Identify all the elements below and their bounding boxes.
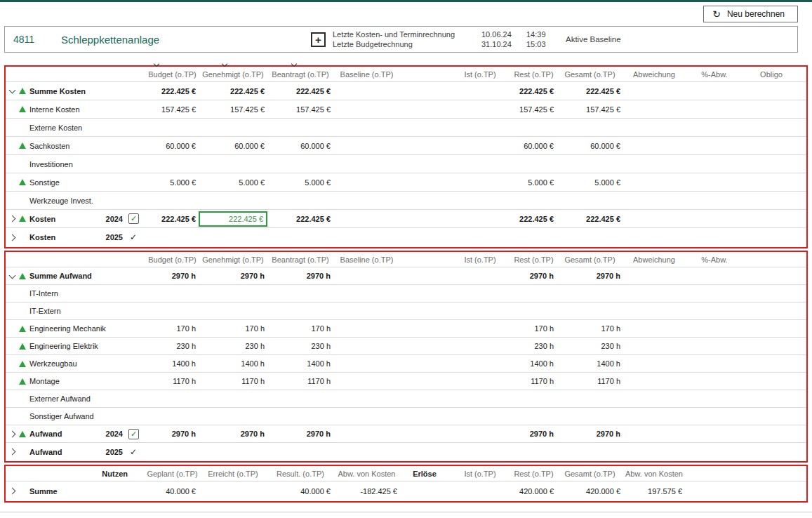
cell-gesamt: 1170 h — [557, 373, 623, 390]
year-2025-check-icon[interactable]: ✓ — [130, 232, 137, 242]
cell-budget: 1170 h — [146, 373, 199, 390]
cell-budget: 2970 h — [146, 267, 199, 284]
table-row-sachkosten: Sachkosten 60.000 € 60.000 € 60.000 € 60… — [6, 137, 806, 155]
cell-rest: 60.000 € — [511, 137, 557, 154]
chevron-right-icon[interactable] — [9, 488, 16, 495]
table-row-aufwand-2024: Aufwand 2024 ✓ 2970 h 2970 h 2970 h 2970… — [6, 425, 806, 443]
cell-budget: 230 h — [146, 338, 199, 354]
cell-rest: 5.000 € — [511, 173, 557, 191]
check-icon: ✓ — [131, 430, 137, 439]
cell-beantragt: 5.000 € — [267, 173, 333, 191]
col-header-abw-von-kosten: Abw. von Kosten — [333, 467, 400, 481]
project-name: Schleppkettenanlage — [61, 34, 311, 46]
cell-gesamt: 222.425 € — [557, 82, 623, 100]
cell-gesamt: 5.000 € — [557, 173, 623, 191]
benefit-table-section: Nutzen Geplant (o.TP) Erreicht (o.TP) Re… — [4, 465, 808, 503]
cell-budget: 222.425 € — [146, 210, 199, 227]
calculation-info: Letzte Kosten- und Terminrechnung 10.06.… — [333, 30, 557, 48]
column-pin-icon[interactable] — [154, 59, 159, 67]
row-label: Kosten — [29, 210, 97, 227]
last-cost-calc-date: 10.06.24 — [481, 30, 526, 39]
col-header-geplant: Geplant (o.TP) — [146, 467, 199, 481]
project-id: 4811 — [13, 34, 61, 45]
cell-geplant: 40.000 € — [146, 482, 199, 500]
cell-beantragt: 222.425 € — [267, 82, 333, 100]
column-pin-icon[interactable] — [292, 59, 296, 67]
status-ok-triangle-icon — [19, 378, 26, 385]
cell-beantragt: 157.425 € — [267, 100, 333, 118]
table-row-summe-nutzen: Summe 40.000 € 40.000 € -182.425 € 420.0… — [6, 482, 806, 500]
cell-gesamt: 420.000 € — [557, 482, 623, 500]
year-2024-checkbox[interactable]: ✓ — [128, 429, 139, 439]
status-ok-triangle-icon — [19, 215, 26, 222]
col-header-obligo: Obligo — [744, 67, 799, 81]
col-header-baseline: Baseline (o.TP) — [333, 67, 400, 81]
col-header-erreicht: Erreicht (o.TP) — [199, 467, 267, 481]
cell-gesamt: 2970 h — [557, 267, 623, 284]
chevron-down-icon[interactable] — [9, 87, 16, 94]
row-label: Summe Aufwand — [29, 267, 97, 284]
last-cost-calc-time: 14:39 — [526, 30, 557, 39]
col-header-ist: Ist (o.TP) — [449, 253, 511, 267]
cell-genehmigt: 157.425 € — [199, 100, 267, 118]
table-row-summe-kosten: Summe Kosten 222.425 € 222.425 € 222.425… — [6, 82, 806, 100]
cell-rest: 222.425 € — [511, 210, 557, 227]
expand-plus-button[interactable]: + — [311, 32, 326, 47]
row-label: Externer Aufwand — [29, 390, 97, 407]
last-budget-calc-date: 31.10.24 — [481, 40, 526, 48]
status-ok-triangle-icon — [19, 343, 26, 350]
col-header-erloese-abw-von-kosten: Abw. von Kosten — [623, 467, 685, 481]
chevron-down-icon[interactable] — [9, 272, 16, 279]
col-header-beantragt: Beantragt (o.TP) — [267, 253, 333, 267]
row-label: Kosten — [29, 228, 97, 246]
status-ok-triangle-icon — [19, 431, 26, 437]
row-label: Aufwand — [29, 425, 97, 442]
col-header-budget: Budget (o.TP) — [146, 67, 199, 81]
column-pin-icon[interactable] — [222, 59, 227, 67]
bottom-divider — [0, 512, 812, 512]
cell-genehmigt: 2970 h — [199, 425, 267, 442]
cell-genehmigt: 1400 h — [199, 355, 267, 372]
table-row-externer-aufwand: Externer Aufwand — [6, 390, 806, 408]
cell-rest: 222.425 € — [511, 82, 557, 100]
refresh-icon: ↻ — [712, 9, 721, 19]
costs-header-row: Budget (o.TP) Genehmigt (o.TP) Beantragt… — [6, 67, 806, 82]
table-row-sonstiger-aufwand: Sonstiger Aufwand — [6, 408, 806, 425]
year-2024-checkbox[interactable]: ✓ — [128, 213, 139, 224]
col-header-gesamt: Gesamt (o.TP) — [557, 253, 623, 267]
cell-erloese-abw-von-kosten: 197.575 € — [623, 482, 685, 500]
row-label: Investitionen — [29, 155, 97, 173]
row-label: IT-Intern — [29, 285, 97, 302]
cell-gesamt: 230 h — [557, 338, 623, 354]
chevron-right-icon[interactable] — [9, 234, 16, 241]
col-header-prozent-abw: %-Abw. — [685, 67, 744, 81]
col-header-abweichung: Abweichung — [623, 67, 685, 81]
cell-budget: 2970 h — [146, 425, 199, 442]
chevron-right-icon[interactable] — [9, 215, 16, 223]
table-row-it-intern: IT-Intern — [6, 285, 806, 303]
col-header-resultierend: Result. (o.TP) — [267, 467, 333, 481]
table-row-investitionen: Investitionen — [6, 155, 806, 173]
year-2025-check-icon[interactable]: ✓ — [130, 447, 137, 457]
chevron-right-icon[interactable] — [9, 449, 16, 456]
effort-table-section: Budget (o.TP) Genehmigt (o.TP) Beantragt… — [4, 251, 808, 463]
table-row-werkzeugbau: Werkzeugbau 1400 h 1400 h 1400 h 1400 h … — [6, 355, 806, 373]
col-header-rest: Rest (o.TP) — [511, 467, 557, 481]
recalculate-button[interactable]: ↻ Neu berechnen — [703, 6, 798, 22]
cell-budget: 157.425 € — [146, 100, 199, 118]
row-label: Sonstige — [29, 173, 97, 191]
cell-rest: 1170 h — [511, 373, 557, 390]
col-header-gesamt: Gesamt (o.TP) — [557, 67, 623, 81]
status-ok-triangle-icon — [19, 142, 26, 149]
cell-genehmigt: 170 h — [199, 320, 267, 337]
cell-genehmigt-selected[interactable]: 222.425 € — [199, 211, 267, 227]
cell-rest: 2970 h — [511, 267, 557, 284]
last-budget-calc-time: 15:03 — [526, 40, 557, 48]
chevron-right-icon[interactable] — [9, 430, 16, 437]
row-label: Interne Kosten — [29, 100, 97, 118]
project-header: 4811 Schleppkettenanlage + Letzte Kosten… — [4, 26, 798, 53]
cell-beantragt: 2970 h — [267, 267, 333, 284]
col-header-ist: Ist (o.TP) — [449, 467, 511, 481]
col-header-beantragt: Beantragt (o.TP) — [267, 67, 333, 81]
cell-beantragt: 222.425 € — [267, 210, 333, 227]
